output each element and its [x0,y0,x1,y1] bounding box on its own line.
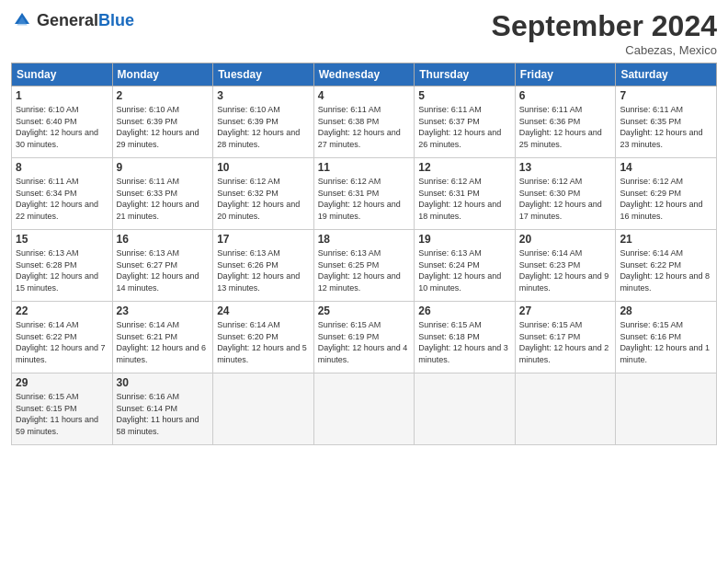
month-title: September 2024 [492,9,717,43]
header-tuesday: Tuesday [213,63,314,86]
calendar-cell: 28 Sunrise: 6:15 AMSunset: 6:16 PMDaylig… [616,302,717,373]
calendar-cell: 26 Sunrise: 6:15 AMSunset: 6:18 PMDaylig… [415,302,516,373]
cell-info: Sunrise: 6:15 AMSunset: 6:16 PMDaylight:… [620,320,710,364]
logo-icon [11,9,33,31]
cell-info: Sunrise: 6:14 AMSunset: 6:22 PMDaylight:… [16,320,106,364]
day-number: 29 [16,376,108,389]
cell-info: Sunrise: 6:12 AMSunset: 6:31 PMDaylight:… [418,177,501,221]
calendar-cell [515,373,616,445]
day-number: 21 [620,233,712,246]
cell-info: Sunrise: 6:13 AMSunset: 6:25 PMDaylight:… [318,248,401,293]
header-monday: Monday [112,63,213,86]
day-number: 22 [16,304,108,317]
calendar-cell: 24 Sunrise: 6:14 AMSunset: 6:20 PMDaylig… [213,302,314,373]
cell-info: Sunrise: 6:11 AMSunset: 6:38 PMDaylight:… [318,105,401,149]
day-number: 7 [620,89,712,102]
header-sunday: Sunday [12,63,113,86]
calendar-cell: 1 Sunrise: 6:10 AMSunset: 6:40 PMDayligh… [12,86,113,158]
cell-info: Sunrise: 6:12 AMSunset: 6:30 PMDaylight:… [519,177,602,221]
cell-info: Sunrise: 6:14 AMSunset: 6:23 PMDaylight:… [519,248,609,293]
cell-info: Sunrise: 6:11 AMSunset: 6:35 PMDaylight:… [620,105,702,149]
calendar-cell: 17 Sunrise: 6:13 AMSunset: 6:26 PMDaylig… [213,230,314,302]
calendar-cell: 21 Sunrise: 6:14 AMSunset: 6:22 PMDaylig… [616,230,717,302]
day-number: 5 [418,89,511,102]
title-block: September 2024 Cabezas, Mexico [492,9,717,57]
week-row-0: 1 Sunrise: 6:10 AMSunset: 6:40 PMDayligh… [12,86,717,158]
calendar-cell: 5 Sunrise: 6:11 AMSunset: 6:37 PMDayligh… [415,86,516,158]
cell-info: Sunrise: 6:13 AMSunset: 6:27 PMDaylight:… [117,248,199,293]
calendar-cell: 4 Sunrise: 6:11 AMSunset: 6:38 PMDayligh… [313,86,415,158]
day-number: 4 [318,89,411,102]
cell-info: Sunrise: 6:14 AMSunset: 6:22 PMDaylight:… [620,248,710,293]
calendar-cell: 25 Sunrise: 6:15 AMSunset: 6:19 PMDaylig… [313,302,415,373]
calendar-cell: 19 Sunrise: 6:13 AMSunset: 6:24 PMDaylig… [415,230,516,302]
cell-info: Sunrise: 6:14 AMSunset: 6:21 PMDaylight:… [117,320,207,364]
calendar-cell [213,373,314,445]
calendar-cell: 10 Sunrise: 6:12 AMSunset: 6:32 PMDaylig… [213,158,314,230]
day-number: 28 [620,304,712,317]
calendar-cell [313,373,415,445]
day-number: 23 [117,304,210,317]
cell-info: Sunrise: 6:15 AMSunset: 6:15 PMDaylight:… [16,392,98,436]
week-row-4: 29 Sunrise: 6:15 AMSunset: 6:15 PMDaylig… [12,373,717,445]
calendar-cell [616,373,717,445]
cell-info: Sunrise: 6:13 AMSunset: 6:26 PMDaylight:… [217,248,300,293]
cell-info: Sunrise: 6:11 AMSunset: 6:33 PMDaylight:… [117,177,199,221]
cell-info: Sunrise: 6:12 AMSunset: 6:32 PMDaylight:… [217,177,300,221]
week-row-3: 22 Sunrise: 6:14 AMSunset: 6:22 PMDaylig… [12,302,717,373]
calendar-cell: 11 Sunrise: 6:12 AMSunset: 6:31 PMDaylig… [313,158,415,230]
cell-info: Sunrise: 6:12 AMSunset: 6:31 PMDaylight:… [318,177,401,221]
calendar-cell: 15 Sunrise: 6:13 AMSunset: 6:28 PMDaylig… [12,230,113,302]
day-number: 20 [519,233,612,246]
cell-info: Sunrise: 6:10 AMSunset: 6:39 PMDaylight:… [217,105,300,149]
day-number: 24 [217,304,310,317]
calendar-cell [415,373,516,445]
logo-blue: Blue [98,11,134,29]
calendar-cell: 12 Sunrise: 6:12 AMSunset: 6:31 PMDaylig… [415,158,516,230]
day-number: 11 [318,161,411,174]
day-number: 8 [16,161,108,174]
day-number: 30 [117,376,210,389]
cell-info: Sunrise: 6:15 AMSunset: 6:19 PMDaylight:… [318,320,408,364]
calendar-cell: 27 Sunrise: 6:15 AMSunset: 6:17 PMDaylig… [515,302,616,373]
cell-info: Sunrise: 6:10 AMSunset: 6:40 PMDaylight:… [16,105,98,149]
day-number: 17 [217,233,310,246]
logo-general: General [37,11,98,29]
week-row-2: 15 Sunrise: 6:13 AMSunset: 6:28 PMDaylig… [12,230,717,302]
cell-info: Sunrise: 6:12 AMSunset: 6:29 PMDaylight:… [620,177,702,221]
day-number: 1 [16,89,108,102]
day-number: 10 [217,161,310,174]
header-thursday: Thursday [415,63,516,86]
day-number: 25 [318,304,411,317]
day-number: 14 [620,161,712,174]
calendar-cell: 20 Sunrise: 6:14 AMSunset: 6:23 PMDaylig… [515,230,616,302]
day-number: 6 [519,89,612,102]
calendar-cell: 3 Sunrise: 6:10 AMSunset: 6:39 PMDayligh… [213,86,314,158]
day-number: 19 [418,233,511,246]
cell-info: Sunrise: 6:13 AMSunset: 6:24 PMDaylight:… [418,248,501,293]
calendar-cell: 14 Sunrise: 6:12 AMSunset: 6:29 PMDaylig… [616,158,717,230]
calendar-cell: 23 Sunrise: 6:14 AMSunset: 6:21 PMDaylig… [112,302,213,373]
day-number: 9 [117,161,210,174]
day-number: 13 [519,161,612,174]
day-number: 18 [318,233,411,246]
day-number: 15 [16,233,108,246]
cell-info: Sunrise: 6:11 AMSunset: 6:37 PMDaylight:… [418,105,501,149]
calendar-cell: 8 Sunrise: 6:11 AMSunset: 6:34 PMDayligh… [12,158,113,230]
calendar-cell: 7 Sunrise: 6:11 AMSunset: 6:35 PMDayligh… [616,86,717,158]
cell-info: Sunrise: 6:11 AMSunset: 6:36 PMDaylight:… [519,105,602,149]
header-saturday: Saturday [616,63,717,86]
calendar-cell: 2 Sunrise: 6:10 AMSunset: 6:39 PMDayligh… [112,86,213,158]
day-number: 27 [519,304,612,317]
calendar-table: SundayMondayTuesdayWednesdayThursdayFrid… [11,63,717,445]
calendar-cell: 18 Sunrise: 6:13 AMSunset: 6:25 PMDaylig… [313,230,415,302]
logo: GeneralBlue [11,9,134,31]
day-number: 12 [418,161,511,174]
logo-text: GeneralBlue [37,11,134,30]
header-wednesday: Wednesday [313,63,415,86]
calendar-container: GeneralBlue September 2024 Cabezas, Mexi… [0,0,728,453]
calendar-cell: 13 Sunrise: 6:12 AMSunset: 6:30 PMDaylig… [515,158,616,230]
header-friday: Friday [515,63,616,86]
week-row-1: 8 Sunrise: 6:11 AMSunset: 6:34 PMDayligh… [12,158,717,230]
calendar-cell: 6 Sunrise: 6:11 AMSunset: 6:36 PMDayligh… [515,86,616,158]
